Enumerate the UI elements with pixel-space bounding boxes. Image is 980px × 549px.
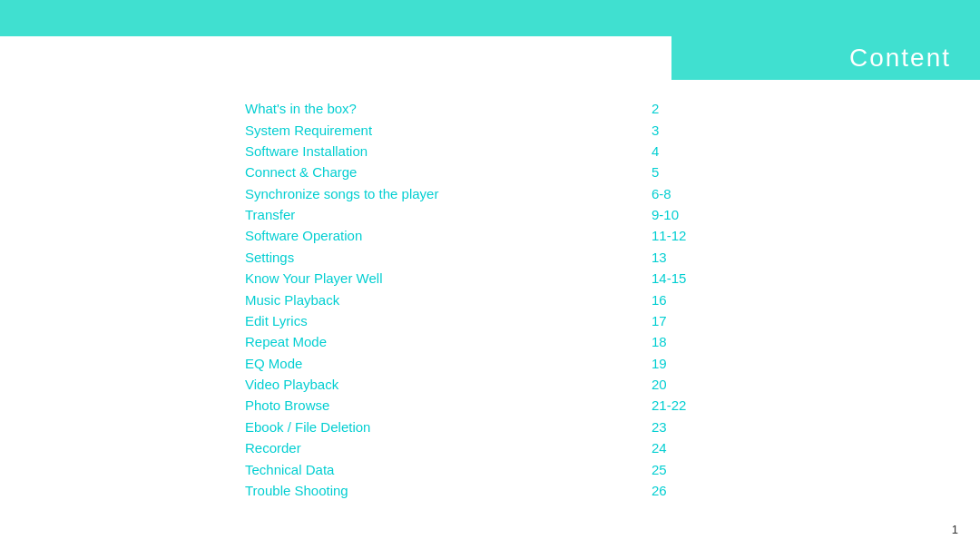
toc-item-page: 25 bbox=[652, 458, 753, 479]
toc-item-label: Edit Lyrics bbox=[245, 310, 652, 331]
toc-item-page: 14-15 bbox=[652, 268, 753, 289]
toc-item-page: 2 bbox=[652, 98, 753, 119]
toc-item-label: Repeat Mode bbox=[245, 331, 652, 352]
toc-item-label: Know Your Player Well bbox=[245, 268, 652, 289]
top-bar bbox=[0, 0, 980, 36]
table-row: System Requirement3 bbox=[245, 119, 753, 140]
table-row: Software Operation11-12 bbox=[245, 225, 753, 246]
table-row: Transfer9-10 bbox=[245, 204, 753, 225]
table-row: What's in the box?2 bbox=[245, 98, 753, 119]
toc-item-page: 16 bbox=[652, 289, 753, 309]
toc-item-page: 24 bbox=[652, 437, 753, 458]
toc-item-label: System Requirement bbox=[245, 119, 652, 140]
table-row: Repeat Mode18 bbox=[245, 331, 753, 352]
toc-item-page: 11-12 bbox=[652, 225, 753, 246]
toc-item-page: 19 bbox=[652, 353, 753, 374]
toc-item-label: Settings bbox=[245, 247, 652, 268]
toc-item-label: EQ Mode bbox=[245, 353, 652, 374]
table-row: EQ Mode19 bbox=[245, 353, 753, 374]
table-row: Connect & Charge5 bbox=[245, 162, 753, 182]
table-row: Ebook / File Deletion23 bbox=[245, 417, 753, 437]
toc-item-label: Trouble Shooting bbox=[245, 480, 652, 501]
toc-item-page: 21-22 bbox=[652, 395, 753, 416]
toc-item-label: Recorder bbox=[245, 437, 652, 458]
toc-item-label: What's in the box? bbox=[245, 98, 652, 119]
toc-item-page: 13 bbox=[652, 247, 753, 268]
toc-item-label: Music Playback bbox=[245, 289, 652, 309]
page-title: Content bbox=[849, 44, 951, 73]
toc-item-label: Software Installation bbox=[245, 141, 652, 162]
toc-item-label: Transfer bbox=[245, 204, 652, 225]
toc-item-label: Video Playback bbox=[245, 374, 652, 395]
table-row: Video Playback20 bbox=[245, 374, 753, 395]
toc-item-label: Connect & Charge bbox=[245, 162, 652, 182]
toc-item-page: 17 bbox=[652, 310, 753, 331]
toc-item-page: 9-10 bbox=[652, 204, 753, 225]
toc-item-label: Ebook / File Deletion bbox=[245, 417, 652, 437]
toc-item-page: 20 bbox=[652, 374, 753, 395]
toc-item-page: 18 bbox=[652, 331, 753, 352]
toc-item-label: Technical Data bbox=[245, 458, 652, 479]
toc-item-page: 5 bbox=[652, 162, 753, 182]
toc-item-page: 23 bbox=[652, 417, 753, 437]
table-row: Trouble Shooting26 bbox=[245, 480, 753, 501]
toc-item-page: 3 bbox=[652, 119, 753, 140]
table-row: Photo Browse21-22 bbox=[245, 395, 753, 416]
table-row: Know Your Player Well14-15 bbox=[245, 268, 753, 289]
toc-table: What's in the box?2System Requirement3So… bbox=[245, 98, 753, 501]
toc-item-page: 4 bbox=[652, 141, 753, 162]
table-row: Technical Data25 bbox=[245, 458, 753, 479]
content-area: What's in the box?2System Requirement3So… bbox=[0, 80, 980, 519]
toc-item-page: 6-8 bbox=[652, 183, 753, 204]
table-row: Settings13 bbox=[245, 247, 753, 268]
header-bar: Content bbox=[671, 36, 980, 80]
table-row: Synchronize songs to the player6-8 bbox=[245, 183, 753, 204]
table-row: Recorder24 bbox=[245, 437, 753, 458]
toc-item-label: Software Operation bbox=[245, 225, 652, 246]
toc-item-page: 26 bbox=[652, 480, 753, 501]
page-number: 1 bbox=[952, 523, 958, 536]
table-row: Software Installation4 bbox=[245, 141, 753, 162]
toc-item-label: Synchronize songs to the player bbox=[245, 183, 652, 204]
table-row: Music Playback16 bbox=[245, 289, 753, 309]
table-row: Edit Lyrics17 bbox=[245, 310, 753, 331]
toc-item-label: Photo Browse bbox=[245, 395, 652, 416]
